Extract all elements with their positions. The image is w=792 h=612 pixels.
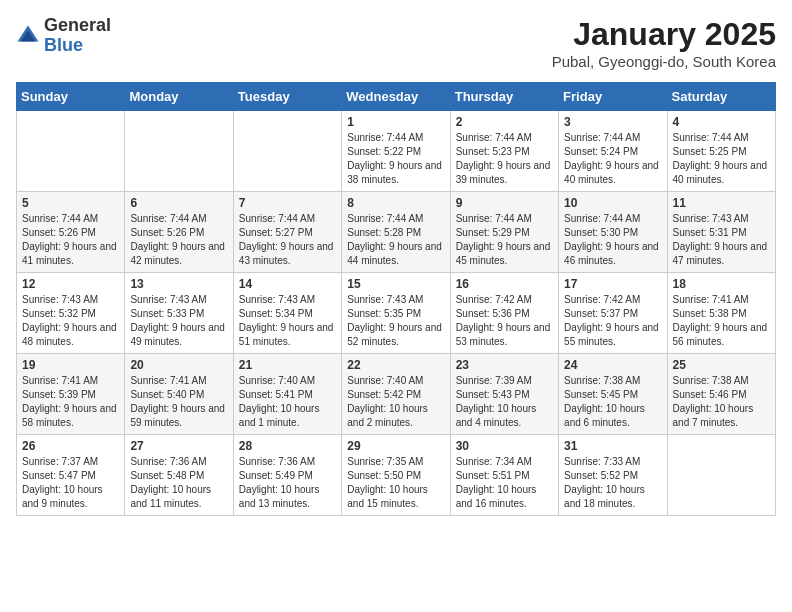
weekday-header-tuesday: Tuesday <box>233 83 341 111</box>
calendar-cell: 8 Sunrise: 7:44 AM Sunset: 5:28 PM Dayli… <box>342 192 450 273</box>
cell-content: Sunrise: 7:43 AM Sunset: 5:31 PM Dayligh… <box>673 213 768 266</box>
calendar-cell: 6 Sunrise: 7:44 AM Sunset: 5:26 PM Dayli… <box>125 192 233 273</box>
cell-content: Sunrise: 7:38 AM Sunset: 5:45 PM Dayligh… <box>564 375 645 428</box>
cell-content: Sunrise: 7:44 AM Sunset: 5:29 PM Dayligh… <box>456 213 551 266</box>
cell-content: Sunrise: 7:40 AM Sunset: 5:41 PM Dayligh… <box>239 375 320 428</box>
calendar-cell: 13 Sunrise: 7:43 AM Sunset: 5:33 PM Dayl… <box>125 273 233 354</box>
cell-content: Sunrise: 7:36 AM Sunset: 5:49 PM Dayligh… <box>239 456 320 509</box>
calendar-cell: 7 Sunrise: 7:44 AM Sunset: 5:27 PM Dayli… <box>233 192 341 273</box>
calendar-cell: 11 Sunrise: 7:43 AM Sunset: 5:31 PM Dayl… <box>667 192 775 273</box>
day-number: 2 <box>456 115 553 129</box>
calendar-week-4: 19 Sunrise: 7:41 AM Sunset: 5:39 PM Dayl… <box>17 354 776 435</box>
cell-content: Sunrise: 7:44 AM Sunset: 5:24 PM Dayligh… <box>564 132 659 185</box>
cell-content: Sunrise: 7:44 AM Sunset: 5:27 PM Dayligh… <box>239 213 334 266</box>
cell-content: Sunrise: 7:43 AM Sunset: 5:35 PM Dayligh… <box>347 294 442 347</box>
day-number: 28 <box>239 439 336 453</box>
day-number: 5 <box>22 196 119 210</box>
cell-content: Sunrise: 7:42 AM Sunset: 5:37 PM Dayligh… <box>564 294 659 347</box>
cell-content: Sunrise: 7:44 AM Sunset: 5:28 PM Dayligh… <box>347 213 442 266</box>
calendar-cell: 10 Sunrise: 7:44 AM Sunset: 5:30 PM Dayl… <box>559 192 667 273</box>
day-number: 8 <box>347 196 444 210</box>
calendar-cell: 30 Sunrise: 7:34 AM Sunset: 5:51 PM Dayl… <box>450 435 558 516</box>
page-header: General Blue January 2025 Pubal, Gyeongg… <box>16 16 776 70</box>
day-number: 4 <box>673 115 770 129</box>
cell-content: Sunrise: 7:43 AM Sunset: 5:34 PM Dayligh… <box>239 294 334 347</box>
calendar-cell: 9 Sunrise: 7:44 AM Sunset: 5:29 PM Dayli… <box>450 192 558 273</box>
calendar-cell: 19 Sunrise: 7:41 AM Sunset: 5:39 PM Dayl… <box>17 354 125 435</box>
cell-content: Sunrise: 7:40 AM Sunset: 5:42 PM Dayligh… <box>347 375 428 428</box>
day-number: 7 <box>239 196 336 210</box>
cell-content: Sunrise: 7:36 AM Sunset: 5:48 PM Dayligh… <box>130 456 211 509</box>
calendar-cell: 14 Sunrise: 7:43 AM Sunset: 5:34 PM Dayl… <box>233 273 341 354</box>
weekday-header-sunday: Sunday <box>17 83 125 111</box>
day-number: 3 <box>564 115 661 129</box>
cell-content: Sunrise: 7:44 AM Sunset: 5:22 PM Dayligh… <box>347 132 442 185</box>
day-number: 6 <box>130 196 227 210</box>
day-number: 16 <box>456 277 553 291</box>
cell-content: Sunrise: 7:43 AM Sunset: 5:32 PM Dayligh… <box>22 294 117 347</box>
calendar-cell: 12 Sunrise: 7:43 AM Sunset: 5:32 PM Dayl… <box>17 273 125 354</box>
calendar-cell <box>667 435 775 516</box>
day-number: 30 <box>456 439 553 453</box>
cell-content: Sunrise: 7:42 AM Sunset: 5:36 PM Dayligh… <box>456 294 551 347</box>
day-number: 13 <box>130 277 227 291</box>
cell-content: Sunrise: 7:38 AM Sunset: 5:46 PM Dayligh… <box>673 375 754 428</box>
cell-content: Sunrise: 7:44 AM Sunset: 5:26 PM Dayligh… <box>130 213 225 266</box>
calendar-cell: 25 Sunrise: 7:38 AM Sunset: 5:46 PM Dayl… <box>667 354 775 435</box>
calendar-week-2: 5 Sunrise: 7:44 AM Sunset: 5:26 PM Dayli… <box>17 192 776 273</box>
calendar-cell <box>125 111 233 192</box>
logo-blue-text: Blue <box>44 36 111 56</box>
day-number: 12 <box>22 277 119 291</box>
cell-content: Sunrise: 7:39 AM Sunset: 5:43 PM Dayligh… <box>456 375 537 428</box>
day-number: 15 <box>347 277 444 291</box>
calendar-cell <box>17 111 125 192</box>
calendar-cell: 4 Sunrise: 7:44 AM Sunset: 5:25 PM Dayli… <box>667 111 775 192</box>
day-number: 18 <box>673 277 770 291</box>
logo-general-text: General <box>44 16 111 36</box>
month-title: January 2025 <box>552 16 776 53</box>
location: Pubal, Gyeonggi-do, South Korea <box>552 53 776 70</box>
cell-content: Sunrise: 7:37 AM Sunset: 5:47 PM Dayligh… <box>22 456 103 509</box>
title-section: January 2025 Pubal, Gyeonggi-do, South K… <box>552 16 776 70</box>
day-number: 23 <box>456 358 553 372</box>
cell-content: Sunrise: 7:41 AM Sunset: 5:40 PM Dayligh… <box>130 375 225 428</box>
calendar-cell: 1 Sunrise: 7:44 AM Sunset: 5:22 PM Dayli… <box>342 111 450 192</box>
calendar-cell: 23 Sunrise: 7:39 AM Sunset: 5:43 PM Dayl… <box>450 354 558 435</box>
calendar-cell: 24 Sunrise: 7:38 AM Sunset: 5:45 PM Dayl… <box>559 354 667 435</box>
day-number: 21 <box>239 358 336 372</box>
calendar-cell: 5 Sunrise: 7:44 AM Sunset: 5:26 PM Dayli… <box>17 192 125 273</box>
calendar-cell: 31 Sunrise: 7:33 AM Sunset: 5:52 PM Dayl… <box>559 435 667 516</box>
cell-content: Sunrise: 7:44 AM Sunset: 5:23 PM Dayligh… <box>456 132 551 185</box>
day-number: 10 <box>564 196 661 210</box>
calendar-cell: 26 Sunrise: 7:37 AM Sunset: 5:47 PM Dayl… <box>17 435 125 516</box>
day-number: 9 <box>456 196 553 210</box>
day-number: 20 <box>130 358 227 372</box>
cell-content: Sunrise: 7:35 AM Sunset: 5:50 PM Dayligh… <box>347 456 428 509</box>
day-number: 17 <box>564 277 661 291</box>
logo-icon <box>16 24 40 48</box>
cell-content: Sunrise: 7:41 AM Sunset: 5:38 PM Dayligh… <box>673 294 768 347</box>
cell-content: Sunrise: 7:44 AM Sunset: 5:30 PM Dayligh… <box>564 213 659 266</box>
calendar-cell: 20 Sunrise: 7:41 AM Sunset: 5:40 PM Dayl… <box>125 354 233 435</box>
calendar-cell: 28 Sunrise: 7:36 AM Sunset: 5:49 PM Dayl… <box>233 435 341 516</box>
day-number: 24 <box>564 358 661 372</box>
cell-content: Sunrise: 7:34 AM Sunset: 5:51 PM Dayligh… <box>456 456 537 509</box>
calendar-week-5: 26 Sunrise: 7:37 AM Sunset: 5:47 PM Dayl… <box>17 435 776 516</box>
calendar-cell: 29 Sunrise: 7:35 AM Sunset: 5:50 PM Dayl… <box>342 435 450 516</box>
calendar-cell: 22 Sunrise: 7:40 AM Sunset: 5:42 PM Dayl… <box>342 354 450 435</box>
cell-content: Sunrise: 7:44 AM Sunset: 5:26 PM Dayligh… <box>22 213 117 266</box>
calendar-cell: 16 Sunrise: 7:42 AM Sunset: 5:36 PM Dayl… <box>450 273 558 354</box>
day-number: 11 <box>673 196 770 210</box>
weekday-header-friday: Friday <box>559 83 667 111</box>
weekday-header-monday: Monday <box>125 83 233 111</box>
calendar-week-1: 1 Sunrise: 7:44 AM Sunset: 5:22 PM Dayli… <box>17 111 776 192</box>
cell-content: Sunrise: 7:44 AM Sunset: 5:25 PM Dayligh… <box>673 132 768 185</box>
cell-content: Sunrise: 7:41 AM Sunset: 5:39 PM Dayligh… <box>22 375 117 428</box>
calendar-cell: 18 Sunrise: 7:41 AM Sunset: 5:38 PM Dayl… <box>667 273 775 354</box>
calendar-week-3: 12 Sunrise: 7:43 AM Sunset: 5:32 PM Dayl… <box>17 273 776 354</box>
weekday-header-wednesday: Wednesday <box>342 83 450 111</box>
weekday-header-thursday: Thursday <box>450 83 558 111</box>
calendar-cell <box>233 111 341 192</box>
day-number: 19 <box>22 358 119 372</box>
calendar-cell: 21 Sunrise: 7:40 AM Sunset: 5:41 PM Dayl… <box>233 354 341 435</box>
